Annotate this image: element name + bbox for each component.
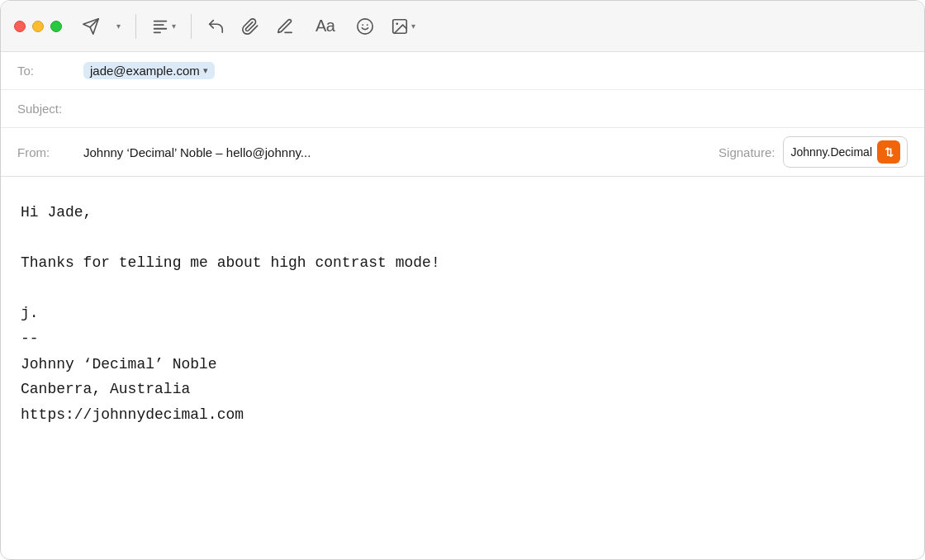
attachment-button[interactable]: [236, 14, 264, 39]
svg-rect-0: [154, 20, 168, 21]
reply-icon: [206, 17, 225, 36]
separator-1: [135, 14, 136, 39]
to-label: To:: [17, 64, 83, 78]
from-text: Johnny ‘Decimal’ Noble – hello@johnny...: [83, 145, 311, 159]
font-label: Aa: [311, 15, 339, 37]
to-field-row: To: jade@example.com ▾: [1, 52, 924, 90]
recipient-chip[interactable]: jade@example.com ▾: [83, 62, 215, 79]
note-button[interactable]: [271, 14, 299, 39]
traffic-lights: [14, 21, 62, 32]
recipient-chevron-icon: ▾: [203, 65, 208, 76]
signature-arrows-button[interactable]: ⇅: [877, 140, 900, 164]
font-button[interactable]: Aa: [306, 12, 344, 40]
svg-point-4: [358, 18, 372, 33]
note-icon: [276, 17, 294, 36]
signature-section: Signature: Johnny.Decimal ⇅: [719, 136, 908, 168]
photos-button[interactable]: ▾: [386, 14, 420, 39]
send-icon: [82, 17, 100, 36]
subject-field-row: Subject:: [1, 90, 924, 128]
format-chevron-icon: ▾: [172, 21, 176, 31]
reply-button[interactable]: [202, 14, 230, 39]
separator-2: [191, 14, 192, 39]
attachment-icon: [241, 17, 259, 36]
svg-point-6: [367, 24, 368, 26]
signature-label: Signature:: [719, 145, 775, 159]
photos-icon: [391, 17, 409, 36]
send-button[interactable]: [77, 14, 105, 39]
email-compose-window: ▾ ▾: [0, 0, 925, 560]
from-field-row: From: Johnny ‘Decimal’ Noble – hello@joh…: [1, 128, 924, 176]
svg-rect-1: [154, 24, 164, 26]
toolbar: ▾ ▾: [1, 1, 924, 52]
emoji-icon: [356, 17, 374, 36]
photos-chevron-icon: ▾: [411, 21, 415, 31]
emoji-button[interactable]: [351, 14, 379, 39]
chevron-down-icon: ▾: [116, 21, 121, 31]
subject-label: Subject:: [17, 102, 83, 116]
signature-value: Johnny.Decimal: [790, 145, 872, 159]
format-button[interactable]: ▾: [146, 14, 181, 39]
svg-rect-2: [154, 27, 168, 29]
signature-select[interactable]: Johnny.Decimal ⇅: [783, 136, 908, 168]
email-body[interactable]: Hi Jade, Thanks for telling me about hig…: [1, 177, 924, 559]
svg-point-8: [396, 22, 399, 25]
svg-rect-3: [154, 31, 161, 33]
up-down-arrows-icon: ⇅: [885, 146, 894, 159]
from-label: From:: [17, 145, 83, 159]
header-fields: To: jade@example.com ▾ Subject: From: Jo…: [1, 52, 924, 177]
email-content: Hi Jade, Thanks for telling me about hig…: [21, 200, 904, 427]
minimize-button[interactable]: [32, 21, 44, 32]
close-button[interactable]: [14, 21, 26, 32]
svg-point-5: [363, 24, 364, 26]
format-icon: [151, 17, 169, 36]
send-dropdown-button[interactable]: ▾: [111, 18, 126, 34]
maximize-button[interactable]: [50, 21, 62, 32]
recipient-email: jade@example.com: [90, 64, 200, 78]
